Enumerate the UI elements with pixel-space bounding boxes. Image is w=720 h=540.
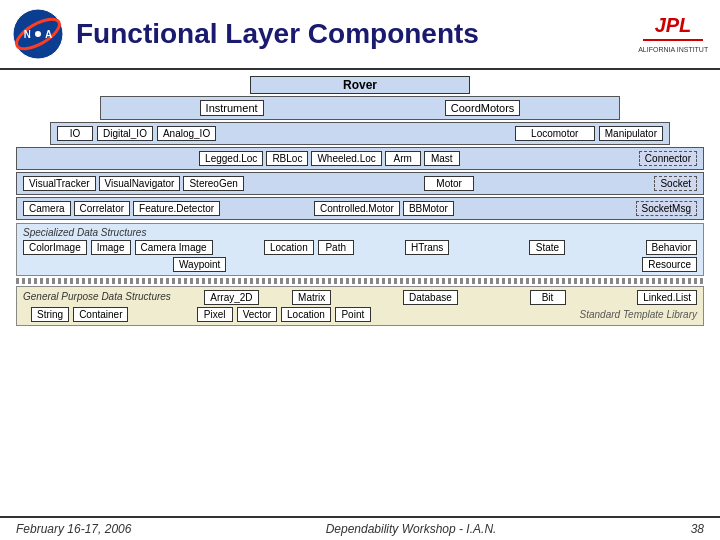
locomotor-box: Locomotor xyxy=(515,126,595,141)
vector-box: Vector xyxy=(237,307,277,322)
container-box: Container xyxy=(73,307,128,322)
arm-box: Arm xyxy=(385,151,421,166)
rover-box: Rover xyxy=(250,76,470,94)
legged-loc-box: Legged.Loc xyxy=(199,151,263,166)
footer-date: February 16-17, 2006 xyxy=(16,522,131,536)
matrix-box: Matrix xyxy=(292,290,331,305)
specialized-data-section: Specialized Data Structures ColorImage I… xyxy=(16,223,704,276)
footer-workshop: Dependability Workshop - I.A.N. xyxy=(326,522,497,536)
digital-io-box: Digital_IO xyxy=(97,126,153,141)
array-2d-box: Array_2D xyxy=(204,290,258,305)
path-box: Path xyxy=(318,240,354,255)
jpl-logo: JPL CALIFORNIA INSTITUTE xyxy=(638,12,708,57)
waypoint-box: Waypoint xyxy=(173,257,226,272)
footer: February 16-17, 2006 Dependability Works… xyxy=(0,516,720,540)
io-box: IO xyxy=(57,126,93,141)
htrans-box: HTrans xyxy=(405,240,449,255)
bb-motor-box: BBMotor xyxy=(403,201,454,216)
image-box: Image xyxy=(91,240,131,255)
svg-point-4 xyxy=(35,31,41,37)
string-box: String xyxy=(31,307,69,322)
camera-image-box: Camera Image xyxy=(135,240,213,255)
location2-box: Location xyxy=(281,307,331,322)
socket-msg-box: SocketMsg xyxy=(636,201,697,216)
color-image-box: ColorImage xyxy=(23,240,87,255)
specialized-data-label: Specialized Data Structures xyxy=(23,227,697,238)
visual-navigator-box: VisualNavigator xyxy=(99,176,181,191)
general-data-section: General Purpose Data Structures Array_2D… xyxy=(16,286,704,326)
loc-row: Legged.Loc RBLoc Wheeled.Loc Arm Mast Co… xyxy=(16,147,704,170)
svg-text:CALIFORNIA INSTITUTE: CALIFORNIA INSTITUTE xyxy=(638,46,708,53)
analog-io-box: Analog_IO xyxy=(157,126,216,141)
state-box: State xyxy=(529,240,565,255)
page-title: Functional Layer Components xyxy=(76,18,638,50)
std-template-label: Standard Template Library xyxy=(580,309,697,320)
behavior-box: Behavior xyxy=(646,240,697,255)
general-data-label: General Purpose Data Structures xyxy=(23,291,171,302)
rb-loc-box: RBLoc xyxy=(266,151,308,166)
visual-row: VisualTracker VisualNavigator StereoGen … xyxy=(16,172,704,195)
connector-box: Connector xyxy=(639,151,697,166)
main-content: Rover Instrument CoordMotors IO Digital_… xyxy=(0,70,720,336)
footer-page: 38 xyxy=(691,522,704,536)
database-box: Database xyxy=(403,290,458,305)
bit-box: Bit xyxy=(530,290,566,305)
camera-box: Camera xyxy=(23,201,71,216)
location-box: Location xyxy=(264,240,314,255)
nasa-logo: NASA xyxy=(12,8,64,60)
visual-tracker-box: VisualTracker xyxy=(23,176,96,191)
motor-box: Motor xyxy=(424,176,474,191)
header: NASA Functional Layer Components JPL CAL… xyxy=(0,0,720,70)
feature-detector-box: Feature.Detector xyxy=(133,201,220,216)
svg-text:JPL: JPL xyxy=(655,14,692,36)
manipulator-box: Manipulator xyxy=(599,126,663,141)
socket-box: Socket xyxy=(654,176,697,191)
io-row: IO Digital_IO Analog_IO Locomotor Manipu… xyxy=(50,122,670,145)
correlator-box: Correlator xyxy=(74,201,130,216)
linked-list-box: Linked.List xyxy=(637,290,697,305)
stereo-gen-box: StereoGen xyxy=(183,176,243,191)
coord-motors-box: CoordMotors xyxy=(445,100,521,116)
resource-box: Resource xyxy=(642,257,697,272)
pixel-box: Pixel xyxy=(197,307,233,322)
mast-box: Mast xyxy=(424,151,460,166)
zigzag-divider xyxy=(16,278,704,284)
instrument-box: Instrument xyxy=(200,100,264,116)
instrument-row: Instrument CoordMotors xyxy=(100,96,620,120)
wheeled-loc-box: Wheeled.Loc xyxy=(311,151,381,166)
controlled-motor-box: Controlled.Motor xyxy=(314,201,400,216)
point-box: Point xyxy=(335,307,371,322)
camera-row: Camera Correlator Feature.Detector Contr… xyxy=(16,197,704,220)
